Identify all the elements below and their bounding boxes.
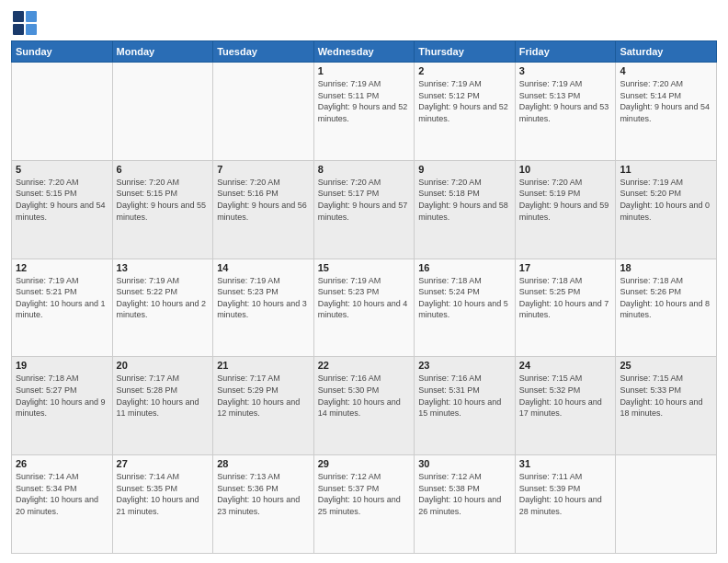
day-number: 18 bbox=[620, 262, 712, 273]
day-number: 17 bbox=[519, 262, 612, 273]
day-number: 31 bbox=[519, 458, 612, 469]
day-info: Sunrise: 7:19 AM Sunset: 5:20 PM Dayligh… bbox=[620, 177, 712, 223]
calendar-day-cell: 15Sunrise: 7:19 AM Sunset: 5:23 PM Dayli… bbox=[313, 259, 415, 357]
day-number: 5 bbox=[16, 164, 108, 175]
day-info: Sunrise: 7:15 AM Sunset: 5:33 PM Dayligh… bbox=[620, 373, 712, 419]
day-number: 9 bbox=[418, 164, 511, 175]
day-info: Sunrise: 7:18 AM Sunset: 5:25 PM Dayligh… bbox=[519, 275, 612, 321]
day-number: 7 bbox=[217, 164, 310, 175]
day-number: 20 bbox=[117, 360, 210, 371]
day-info: Sunrise: 7:20 AM Sunset: 5:18 PM Dayligh… bbox=[418, 177, 511, 223]
day-number: 30 bbox=[418, 458, 511, 469]
calendar-day-cell bbox=[616, 455, 717, 554]
day-info: Sunrise: 7:19 AM Sunset: 5:11 PM Dayligh… bbox=[318, 78, 411, 124]
calendar-day-cell: 21Sunrise: 7:17 AM Sunset: 5:29 PM Dayli… bbox=[213, 357, 314, 455]
day-info: Sunrise: 7:17 AM Sunset: 5:28 PM Dayligh… bbox=[117, 373, 210, 419]
calendar-day-cell bbox=[112, 63, 213, 161]
calendar-day-cell: 13Sunrise: 7:19 AM Sunset: 5:22 PM Dayli… bbox=[112, 259, 213, 357]
calendar-day-cell: 4Sunrise: 7:20 AM Sunset: 5:14 PM Daylig… bbox=[616, 63, 717, 161]
weekday-header: Friday bbox=[515, 41, 616, 63]
calendar-day-cell: 22Sunrise: 7:16 AM Sunset: 5:30 PM Dayli… bbox=[313, 357, 415, 455]
calendar-header: SundayMondayTuesdayWednesdayThursdayFrid… bbox=[12, 41, 717, 63]
calendar-day-cell: 17Sunrise: 7:18 AM Sunset: 5:25 PM Dayli… bbox=[515, 259, 616, 357]
weekday-header: Thursday bbox=[415, 41, 516, 63]
day-info: Sunrise: 7:16 AM Sunset: 5:30 PM Dayligh… bbox=[318, 373, 411, 419]
day-info: Sunrise: 7:12 AM Sunset: 5:38 PM Dayligh… bbox=[418, 471, 511, 517]
day-info: Sunrise: 7:20 AM Sunset: 5:19 PM Dayligh… bbox=[519, 177, 612, 223]
weekday-row: SundayMondayTuesdayWednesdayThursdayFrid… bbox=[12, 41, 717, 63]
day-number: 13 bbox=[117, 262, 210, 273]
day-info: Sunrise: 7:20 AM Sunset: 5:15 PM Dayligh… bbox=[16, 177, 108, 223]
logo-icon bbox=[11, 9, 37, 35]
calendar-day-cell: 2Sunrise: 7:19 AM Sunset: 5:12 PM Daylig… bbox=[415, 63, 516, 161]
calendar-day-cell: 12Sunrise: 7:19 AM Sunset: 5:21 PM Dayli… bbox=[12, 259, 113, 357]
weekday-header: Wednesday bbox=[313, 41, 415, 63]
calendar-day-cell: 1Sunrise: 7:19 AM Sunset: 5:11 PM Daylig… bbox=[313, 63, 415, 161]
calendar-week-row: 1Sunrise: 7:19 AM Sunset: 5:11 PM Daylig… bbox=[12, 63, 717, 161]
day-info: Sunrise: 7:11 AM Sunset: 5:39 PM Dayligh… bbox=[519, 471, 612, 517]
page: SundayMondayTuesdayWednesdayThursdayFrid… bbox=[0, 0, 728, 563]
day-info: Sunrise: 7:14 AM Sunset: 5:34 PM Dayligh… bbox=[16, 471, 108, 517]
day-number: 26 bbox=[16, 458, 108, 469]
day-info: Sunrise: 7:19 AM Sunset: 5:13 PM Dayligh… bbox=[519, 78, 612, 124]
day-info: Sunrise: 7:19 AM Sunset: 5:23 PM Dayligh… bbox=[217, 275, 310, 321]
calendar-body: 1Sunrise: 7:19 AM Sunset: 5:11 PM Daylig… bbox=[12, 63, 717, 554]
calendar-week-row: 19Sunrise: 7:18 AM Sunset: 5:27 PM Dayli… bbox=[12, 357, 717, 455]
weekday-header: Tuesday bbox=[213, 41, 314, 63]
day-number: 19 bbox=[16, 360, 108, 371]
day-number: 14 bbox=[217, 262, 310, 273]
calendar-day-cell: 18Sunrise: 7:18 AM Sunset: 5:26 PM Dayli… bbox=[616, 259, 717, 357]
day-info: Sunrise: 7:20 AM Sunset: 5:14 PM Dayligh… bbox=[620, 78, 712, 124]
day-info: Sunrise: 7:16 AM Sunset: 5:31 PM Dayligh… bbox=[418, 373, 511, 419]
calendar-week-row: 12Sunrise: 7:19 AM Sunset: 5:21 PM Dayli… bbox=[12, 259, 717, 357]
calendar-day-cell: 11Sunrise: 7:19 AM Sunset: 5:20 PM Dayli… bbox=[616, 160, 717, 259]
calendar-day-cell: 20Sunrise: 7:17 AM Sunset: 5:28 PM Dayli… bbox=[112, 357, 213, 455]
day-number: 24 bbox=[519, 360, 612, 371]
svg-rect-3 bbox=[26, 24, 37, 35]
day-info: Sunrise: 7:20 AM Sunset: 5:17 PM Dayligh… bbox=[318, 177, 411, 223]
day-number: 25 bbox=[620, 360, 712, 371]
calendar-day-cell: 19Sunrise: 7:18 AM Sunset: 5:27 PM Dayli… bbox=[12, 357, 113, 455]
day-info: Sunrise: 7:12 AM Sunset: 5:37 PM Dayligh… bbox=[318, 471, 411, 517]
calendar-day-cell: 27Sunrise: 7:14 AM Sunset: 5:35 PM Dayli… bbox=[112, 455, 213, 554]
calendar-day-cell: 29Sunrise: 7:12 AM Sunset: 5:37 PM Dayli… bbox=[313, 455, 415, 554]
day-info: Sunrise: 7:18 AM Sunset: 5:27 PM Dayligh… bbox=[16, 373, 108, 419]
day-number: 1 bbox=[318, 65, 411, 76]
calendar-day-cell bbox=[213, 63, 314, 161]
calendar-week-row: 26Sunrise: 7:14 AM Sunset: 5:34 PM Dayli… bbox=[12, 455, 717, 554]
calendar-week-row: 5Sunrise: 7:20 AM Sunset: 5:15 PM Daylig… bbox=[12, 160, 717, 259]
header bbox=[11, 9, 717, 35]
day-number: 28 bbox=[217, 458, 310, 469]
svg-rect-1 bbox=[13, 24, 24, 35]
calendar-day-cell: 25Sunrise: 7:15 AM Sunset: 5:33 PM Dayli… bbox=[616, 357, 717, 455]
day-info: Sunrise: 7:18 AM Sunset: 5:24 PM Dayligh… bbox=[418, 275, 511, 321]
day-number: 2 bbox=[418, 65, 511, 76]
day-number: 8 bbox=[318, 164, 411, 175]
calendar-day-cell: 14Sunrise: 7:19 AM Sunset: 5:23 PM Dayli… bbox=[213, 259, 314, 357]
day-number: 11 bbox=[620, 164, 712, 175]
day-info: Sunrise: 7:20 AM Sunset: 5:16 PM Dayligh… bbox=[217, 177, 310, 223]
day-info: Sunrise: 7:19 AM Sunset: 5:21 PM Dayligh… bbox=[16, 275, 108, 321]
calendar-day-cell: 9Sunrise: 7:20 AM Sunset: 5:18 PM Daylig… bbox=[415, 160, 516, 259]
svg-rect-0 bbox=[13, 11, 24, 22]
day-number: 6 bbox=[117, 164, 210, 175]
day-number: 10 bbox=[519, 164, 612, 175]
logo bbox=[11, 9, 39, 35]
day-info: Sunrise: 7:14 AM Sunset: 5:35 PM Dayligh… bbox=[117, 471, 210, 517]
day-number: 12 bbox=[16, 262, 108, 273]
day-number: 3 bbox=[519, 65, 612, 76]
calendar-day-cell: 10Sunrise: 7:20 AM Sunset: 5:19 PM Dayli… bbox=[515, 160, 616, 259]
calendar-day-cell: 23Sunrise: 7:16 AM Sunset: 5:31 PM Dayli… bbox=[415, 357, 516, 455]
calendar-day-cell: 30Sunrise: 7:12 AM Sunset: 5:38 PM Dayli… bbox=[415, 455, 516, 554]
day-number: 23 bbox=[418, 360, 511, 371]
day-number: 16 bbox=[418, 262, 511, 273]
calendar-day-cell: 8Sunrise: 7:20 AM Sunset: 5:17 PM Daylig… bbox=[313, 160, 415, 259]
calendar-day-cell: 31Sunrise: 7:11 AM Sunset: 5:39 PM Dayli… bbox=[515, 455, 616, 554]
day-info: Sunrise: 7:19 AM Sunset: 5:23 PM Dayligh… bbox=[318, 275, 411, 321]
calendar-table: SundayMondayTuesdayWednesdayThursdayFrid… bbox=[11, 40, 717, 554]
day-info: Sunrise: 7:19 AM Sunset: 5:12 PM Dayligh… bbox=[418, 78, 511, 124]
weekday-header: Monday bbox=[112, 41, 213, 63]
svg-rect-2 bbox=[26, 11, 37, 22]
day-info: Sunrise: 7:20 AM Sunset: 5:15 PM Dayligh… bbox=[117, 177, 210, 223]
day-number: 22 bbox=[318, 360, 411, 371]
